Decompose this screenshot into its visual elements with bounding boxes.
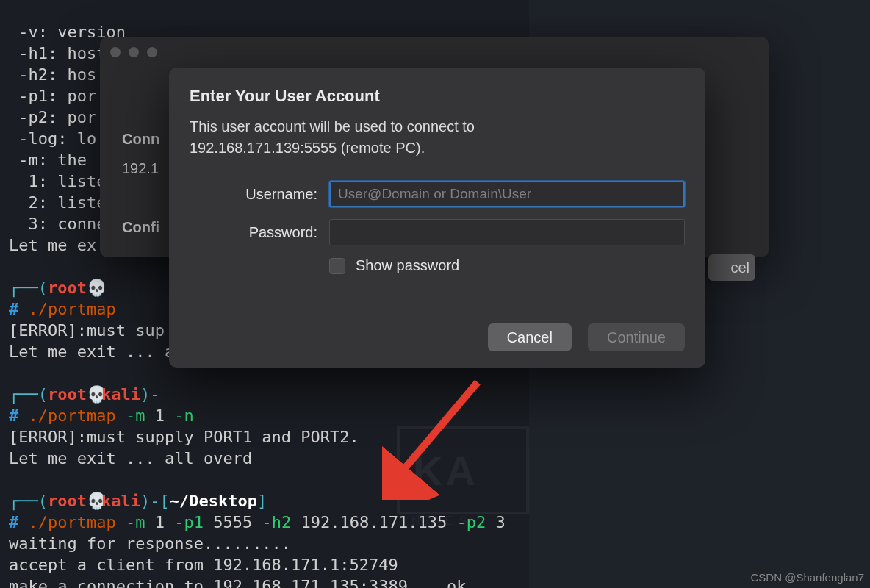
- exit-line: Let me exit ... al: [9, 343, 184, 361]
- skull-icon: 💀: [87, 277, 101, 298]
- help-line: 3: conne: [9, 215, 106, 233]
- prompt-path: ~/Desktop: [170, 492, 257, 510]
- prompt-user: root: [48, 385, 87, 404]
- continue-button[interactable]: Continue: [588, 323, 685, 351]
- output-line: make a connection to 192.168.171.135:338…: [9, 577, 467, 588]
- kali-watermark-sub: NSIVE S: [411, 514, 468, 528]
- credentials-dialog: Enter Your User Account This user accoun…: [169, 68, 705, 368]
- back-cancel-button[interactable]: cel: [708, 254, 755, 281]
- cancel-button[interactable]: Cancel: [488, 323, 572, 351]
- dialog-description: This user account will be used to connec…: [190, 116, 685, 159]
- username-input[interactable]: [329, 181, 685, 207]
- cmd: ./portmap: [29, 300, 116, 318]
- dialog-title: Enter Your User Account: [190, 87, 685, 106]
- help-line: -m: the: [9, 151, 96, 169]
- password-input[interactable]: [329, 219, 685, 245]
- maximize-icon[interactable]: [147, 47, 157, 57]
- cmd-arg: -h2: [262, 513, 291, 531]
- help-line: 2: liste: [9, 193, 106, 212]
- prompt-hash: #: [9, 406, 18, 425]
- error-line: [ERROR]:must supply PORT1 and PORT2.: [9, 428, 359, 446]
- skull-icon: 💀: [87, 384, 101, 405]
- show-password-label: Show password: [356, 257, 459, 274]
- prompt-host: kali: [101, 385, 140, 404]
- cmd-arg: -n: [174, 406, 194, 425]
- page-watermark: CSDN @Shanfenglan7: [751, 571, 864, 584]
- prompt-user: root: [48, 279, 87, 297]
- window-controls[interactable]: [110, 47, 157, 57]
- prompt-user: root: [48, 492, 87, 510]
- help-line: -h2: hos: [9, 65, 96, 84]
- help-line: -p2: por: [9, 108, 96, 126]
- exit-line: Let me exit ... all overd: [9, 449, 252, 467]
- connection-label: Conn: [122, 131, 159, 148]
- password-label: Password:: [190, 224, 329, 241]
- cmd-bin: ./portmap: [29, 406, 116, 425]
- output-line: accept a client from 192.168.171.1:52749: [9, 556, 398, 574]
- prompt-hash: #: [9, 513, 18, 531]
- connection-ip: 192.1: [122, 160, 159, 177]
- prompt-host: kali: [101, 492, 140, 510]
- username-label: Username:: [190, 186, 329, 203]
- output-line: waiting for response.........: [9, 534, 291, 553]
- help-line: -p1: por: [9, 87, 96, 105]
- cmd-arg: -m: [126, 406, 145, 425]
- help-line: 1: liste: [9, 172, 106, 190]
- help-line: Let me ex: [9, 236, 96, 254]
- prompt-hash: #: [9, 300, 18, 318]
- help-line: -log: lo: [9, 129, 96, 148]
- configure-label: Confi: [122, 219, 159, 236]
- cmd-arg: -p1: [174, 513, 204, 531]
- error-line: [ERROR]:must sup: [9, 321, 165, 340]
- close-icon[interactable]: [110, 47, 121, 57]
- cmd-arg: -m: [126, 513, 145, 531]
- cmd-bin: ./portmap: [29, 513, 116, 531]
- minimize-icon[interactable]: [129, 47, 139, 57]
- skull-icon: 💀: [87, 490, 101, 512]
- show-password-checkbox[interactable]: [329, 258, 345, 274]
